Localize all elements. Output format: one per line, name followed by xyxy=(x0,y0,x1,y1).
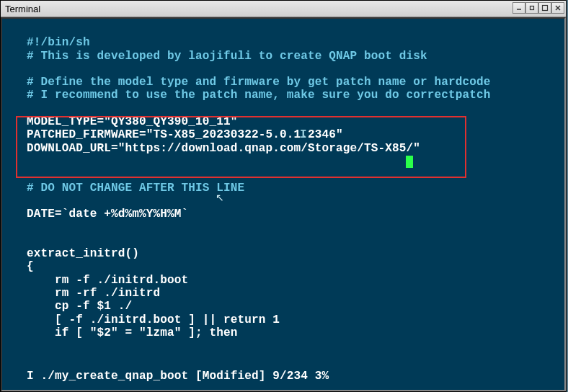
code-line: # This is developed by laojifuli to crea… xyxy=(27,50,427,63)
code-line: PATCHED_FIRMWARE="TS-X85_20230322-5.0.1.… xyxy=(27,128,343,141)
minimize-icon xyxy=(515,4,523,12)
maximize-button[interactable] xyxy=(538,2,551,14)
code-line: MODEL_TYPE="QY380_QY390_10_11" xyxy=(27,115,238,128)
svg-rect-1 xyxy=(531,6,534,10)
code-area[interactable]: #!/bin/sh # This is developed by laojifu… xyxy=(2,23,564,352)
code-line: if [ "$2" = "lzma" ]; then xyxy=(27,326,238,339)
close-icon xyxy=(554,4,562,12)
close-button[interactable] xyxy=(551,2,564,14)
svg-rect-2 xyxy=(543,6,548,11)
restore-button[interactable] xyxy=(525,2,538,14)
maximize-icon xyxy=(541,4,549,12)
code-line: # I recommend to use the patch name, mak… xyxy=(27,89,491,102)
terminal-window: Terminal xyxy=(0,0,567,392)
code-line: rm -f ./initrd.boot xyxy=(27,274,188,287)
editor-status-line: I ./my_create_qnap_boot [Modified] 9/234… xyxy=(2,370,564,383)
window-controls xyxy=(512,2,564,14)
titlebar: Terminal xyxy=(1,1,566,17)
code-line: cp -f $1 ./ xyxy=(27,300,132,313)
code-line: rm -rf ./initrd xyxy=(27,287,160,300)
minimize-button[interactable] xyxy=(512,2,525,14)
code-line: { xyxy=(27,260,34,273)
code-line: # Define the model type and firmware by … xyxy=(27,76,491,89)
code-line: # DO NOT CHANGE AFTER THIS LINE xyxy=(27,182,244,195)
code-line: DATE=`date +%d%m%Y%H%M` xyxy=(27,208,188,220)
restore-icon xyxy=(528,4,536,12)
code-line: #!/bin/sh xyxy=(27,36,90,49)
code-line: DOWNLOAD_URL="https://download.qnap.com/… xyxy=(27,142,420,155)
window-title: Terminal xyxy=(4,4,40,14)
code-line: [ -f ./initrd.boot ] || return 1 xyxy=(27,313,280,326)
terminal-body[interactable]: #!/bin/sh # This is developed by laojifu… xyxy=(1,17,566,391)
code-line: extract_initrd() xyxy=(27,247,139,260)
